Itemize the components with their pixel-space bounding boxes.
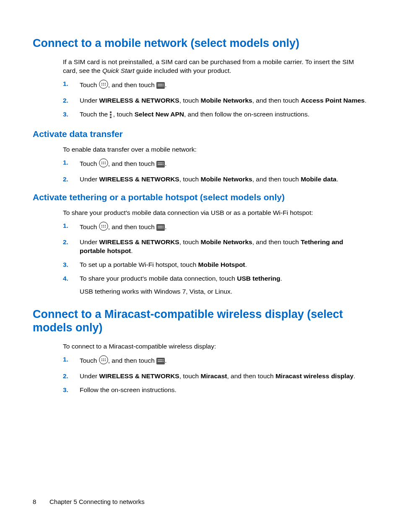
text: Under [80,176,99,183]
step-item: 1. Touch , and then touch . [63,222,367,233]
steps-activate-data: 1. Touch , and then touch . 2. Under WIR… [63,158,367,184]
text: Touch [80,160,99,167]
text: Under [80,372,99,380]
text: Touch [80,81,99,88]
step-item: 1. Touch , and then touch . [63,158,367,170]
all-apps-icon [99,222,108,233]
step-number: 2. [63,372,68,381]
step-number: 1. [63,158,68,167]
all-apps-icon [99,80,108,91]
step-number: 3. [63,386,68,395]
text: Under [80,238,99,245]
step-number: 1. [63,80,68,88]
ui-label: WIRELESS & NETWORKS [99,176,179,183]
step-item: 4. To share your product's mobile data c… [63,274,367,296]
text: , touch [179,238,201,245]
step-item: 3. Follow the on-screen instructions. [63,386,367,395]
step-number: 2. [63,175,68,184]
text: . [245,261,247,268]
step-number: 1. [63,355,68,364]
steps-tethering: 1. Touch , and then touch . 2. Under WIR… [63,222,367,297]
ui-label: Miracast [201,372,227,380]
step-number: 1. [63,222,68,230]
step-note: USB tethering works with Windows 7, Vist… [80,287,367,296]
text: . [281,275,282,282]
step-item: 2. Under WIRELESS & NETWORKS, touch Mobi… [63,175,367,184]
step-item: 2. Under WIRELESS & NETWORKS, touch Mobi… [63,238,367,256]
text: , and then touch [108,223,156,230]
text: . [165,81,166,88]
ui-label: Miracast wireless display [275,372,353,380]
text: To share your product's mobile data conn… [80,275,237,282]
step-item: 1. Touch , and then touch . [63,80,367,91]
step-number: 2. [63,238,68,247]
text: , and then follow the on-screen instruct… [184,111,309,118]
steps-miracast: 1. Touch , and then touch . 2. Under WIR… [63,355,367,395]
steps-connect-mobile: 1. Touch , and then touch . 2. Under WIR… [63,80,367,121]
text: Touch [80,223,99,230]
text: . [131,247,132,254]
ui-label: Mobile Networks [201,238,252,245]
intro-paragraph: To enable data transfer over a mobile ne… [63,145,367,154]
ui-label: USB tethering [237,275,280,282]
page-footer: 8Chapter 5 Connecting to networks [33,498,145,505]
text: . [165,223,166,230]
ui-label: Select New APN [135,111,184,118]
step-number: 4. [63,274,68,283]
text: To set up a portable Wi-Fi hotspot, touc… [80,261,198,268]
settings-icon [156,82,165,91]
text: Touch the [80,111,110,118]
heading-activate-data: Activate data transfer [33,129,367,139]
text: , and then touch [108,81,156,88]
text: , touch [179,372,201,380]
all-apps-icon [99,158,108,170]
step-item: 2. Under WIRELESS & NETWORKS, touch Mira… [63,372,367,381]
text: Follow the on-screen instructions. [80,386,177,393]
text: , touch [179,176,201,183]
heading-activate-tethering: Activate tethering or a portable hotspot… [33,192,367,202]
page-number: 8 [33,498,49,505]
step-item: 3. To set up a portable Wi-Fi hotspot, t… [63,261,367,269]
step-item: 2. Under WIRELESS & NETWORKS, touch Mobi… [63,96,367,105]
text: . [165,357,166,364]
text: , touch [179,97,201,104]
text: . [353,372,355,380]
ui-label: WIRELESS & NETWORKS [99,238,179,245]
step-item: 3. Touch the , touch Select New APN, and… [63,110,367,121]
text: , and then touch [108,160,156,167]
text: , and then touch [252,97,301,104]
step-item: 1. Touch , and then touch . [63,355,367,367]
all-apps-icon [99,355,108,367]
text: guide included with your product. [135,67,231,74]
ui-label: WIRELESS & NETWORKS [99,372,179,380]
chapter-label: Chapter 5 Connecting to networks [49,498,145,505]
text: , and then touch [108,357,156,364]
settings-icon [156,161,165,170]
intro-paragraph: If a SIM card is not preinstalled, a SIM… [63,58,367,75]
ui-label: Access Point Names [301,97,365,104]
step-number: 2. [63,96,68,105]
settings-icon [156,358,165,367]
ui-label: Mobile Networks [201,176,252,183]
step-number: 3. [63,110,68,119]
ui-label: Mobile Networks [201,97,252,104]
text: , and then touch [227,372,275,380]
heading-connect-mobile: Connect to a mobile network (select mode… [33,37,367,50]
ui-label: WIRELESS & NETWORKS [99,97,179,104]
text: , and then touch [252,238,301,245]
document-page: Connect to a mobile network (select mode… [0,0,400,532]
text: , and then touch [252,176,301,183]
settings-icon [156,224,165,233]
ui-label: Mobile Hotspot [198,261,245,268]
intro-paragraph: To connect to a Miracast-compatible wire… [63,342,367,351]
quick-start-ref: Quick Start [102,67,135,74]
heading-miracast: Connect to a Miracast-compatible wireles… [33,308,367,335]
ui-label: Mobile data [301,176,336,183]
text: . [165,160,166,167]
intro-paragraph: To share your product's mobile data conn… [63,209,367,217]
text: . [365,97,366,104]
text: , touch [112,111,135,118]
step-number: 3. [63,261,68,269]
text: Touch [80,357,99,364]
text: Under [80,97,99,104]
